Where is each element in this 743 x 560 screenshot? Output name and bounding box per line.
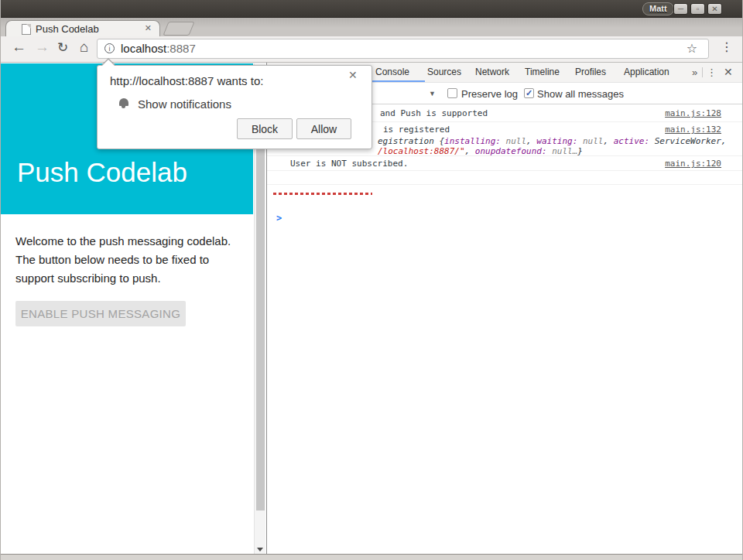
new-tab-button[interactable] (163, 22, 194, 36)
close-button[interactable]: ✕ (707, 3, 722, 15)
console-message: User is NOT subscribed. (290, 159, 408, 169)
console-source-link[interactable]: main.js:132 (665, 125, 721, 135)
filter-dropdown-icon[interactable]: ▼ (429, 90, 436, 97)
preserve-log-checkbox[interactable] (447, 88, 457, 98)
reload-icon[interactable]: ↻ (57, 39, 68, 56)
url-host: localhost (121, 42, 166, 55)
tab-sources[interactable]: Sources (427, 67, 461, 77)
clipped-string-text-artifact (273, 193, 372, 195)
scrollbar-down-arrow-icon[interactable] (257, 548, 263, 554)
info-icon[interactable]: i (104, 43, 115, 53)
preserve-log-label[interactable]: Preserve log (461, 88, 518, 100)
window-titlebar: Matt ─ ▫ ✕ (0, 0, 743, 18)
bell-icon (119, 98, 128, 106)
permission-dialog: http://localhost:8887 wants to: ✕ Show n… (97, 65, 372, 149)
selected-tab-underline (371, 80, 425, 82)
tab-strip: Push Codelab ✕ (0, 18, 743, 36)
console-prompt-chevron[interactable]: > (276, 213, 282, 224)
console-source-link[interactable]: main.js:120 (665, 159, 721, 169)
url-text[interactable]: localhost:8887 (121, 42, 196, 55)
tab-console[interactable]: Console (375, 67, 409, 77)
show-all-messages-label[interactable]: Show all messages (537, 88, 624, 100)
allow-button[interactable]: Allow (296, 118, 351, 139)
page-title: Push Codelab (17, 157, 187, 188)
minimize-button[interactable]: ─ (673, 3, 688, 15)
forward-icon[interactable]: → (35, 39, 50, 56)
page-paragraph: Welcome to the push messaging codelab. T… (15, 232, 249, 288)
dialog-close-icon[interactable]: ✕ (348, 69, 358, 81)
dialog-title: http://localhost:8887 wants to: (110, 74, 263, 87)
block-button[interactable]: Block (237, 118, 293, 139)
address-bar[interactable]: i localhost:8887 ☆ (97, 39, 709, 59)
devtools-close-icon[interactable]: ✕ (724, 66, 733, 78)
home-icon[interactable]: ⌂ (80, 39, 88, 56)
tab-network[interactable]: Network (475, 67, 509, 77)
tab-profiles[interactable]: Profiles (575, 67, 606, 77)
row-divider (267, 184, 743, 185)
console-message: and Push is supported (380, 108, 488, 118)
more-tabs-icon[interactable]: » (692, 67, 697, 78)
window-bottom-edge (0, 554, 743, 560)
page-icon (22, 24, 31, 35)
console-message: is registered (383, 125, 450, 135)
tabbar-separator (702, 67, 703, 77)
browser-menu-icon[interactable]: ⋮ (721, 39, 733, 54)
show-all-messages-checkbox[interactable]: ✓ (524, 88, 534, 98)
browser-tab[interactable]: Push Codelab ✕ (5, 20, 160, 36)
back-icon[interactable]: ← (12, 39, 26, 56)
devtools-menu-icon[interactable]: ⋮ (707, 67, 717, 78)
tab-application[interactable]: Application (624, 67, 669, 77)
tab-timeline[interactable]: Timeline (525, 67, 560, 77)
row-divider (267, 170, 743, 171)
row-divider (267, 155, 743, 156)
dialog-permission-label: Show notifications (138, 97, 231, 111)
bookmark-star-icon[interactable]: ☆ (687, 41, 697, 56)
maximize-button[interactable]: ▫ (690, 3, 705, 15)
window-title: Matt (642, 2, 674, 15)
console-source-link[interactable]: main.js:128 (665, 108, 721, 118)
url-port: :8887 (166, 42, 196, 55)
console-object-preview[interactable]: egistration {installing: null, waiting: … (378, 136, 726, 146)
dialog-caret (101, 60, 115, 67)
tab-title: Push Codelab (36, 23, 99, 35)
enable-push-button[interactable]: ENABLE PUSH MESSAGING (15, 301, 186, 326)
console-output: and Push is supported main.js:128 is reg… (267, 104, 743, 553)
tab-close-icon[interactable]: ✕ (145, 23, 152, 33)
